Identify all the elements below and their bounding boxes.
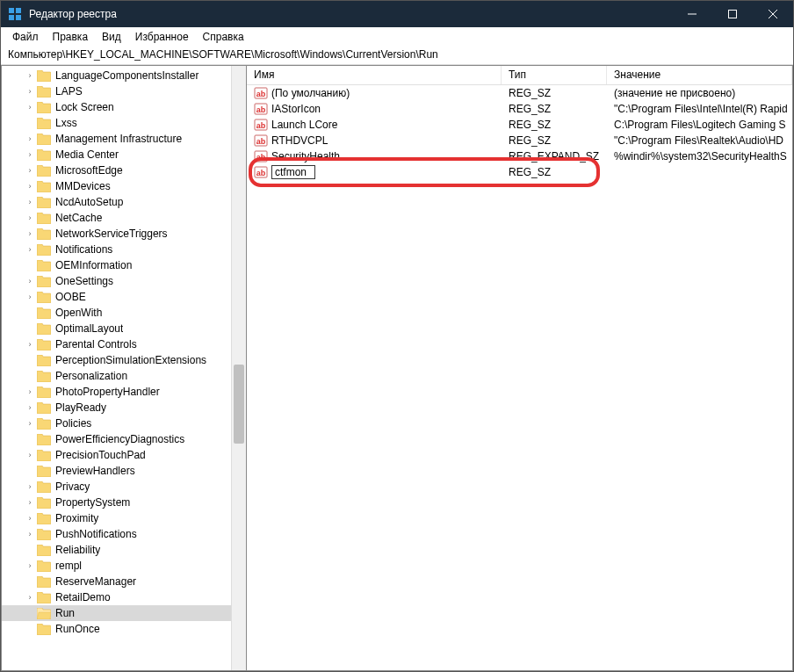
menu-file[interactable]: Файл	[6, 29, 45, 45]
tree-item[interactable]: ›Notifications	[2, 242, 246, 257]
expander-icon[interactable]: ›	[25, 513, 35, 524]
expander-icon[interactable]	[25, 545, 35, 555]
tree-item[interactable]: ›Media Center	[2, 147, 246, 163]
expander-icon[interactable]	[25, 260, 35, 271]
tree-item[interactable]: OptimalLayout	[2, 321, 246, 336]
tree-item[interactable]: ›NcdAutoSetup	[2, 194, 246, 210]
expander-icon[interactable]: ›	[25, 450, 35, 460]
rename-input[interactable]: ctfmon	[271, 165, 315, 179]
tree-item[interactable]: ›MicrosoftEdge	[2, 163, 246, 178]
value-row[interactable]: ctfmonREG_SZ	[247, 164, 792, 180]
tree-item[interactable]: ›Parental Controls	[2, 336, 246, 352]
tree-item[interactable]: ›MMDevices	[2, 178, 246, 194]
expander-icon[interactable]	[25, 576, 35, 587]
tree-item[interactable]: Reliability	[2, 542, 246, 558]
registry-tree[interactable]: ›LanguageComponentsInstaller›LAPS›Lock S…	[2, 66, 246, 639]
tree-item[interactable]: PreviewHandlers	[2, 463, 246, 479]
expander-icon[interactable]: ›	[25, 387, 35, 397]
header-data[interactable]: Значение	[607, 66, 792, 84]
value-row[interactable]: (По умолчанию)REG_SZ(значение не присвое…	[247, 85, 792, 101]
expander-icon[interactable]	[25, 355, 35, 365]
expander-icon[interactable]: ›	[25, 339, 35, 350]
value-row[interactable]: Launch LCoreREG_SZC:\Program Files\Logit…	[247, 117, 792, 133]
tree-item[interactable]: Run	[2, 605, 246, 621]
tree-item[interactable]: Personalization	[2, 368, 246, 384]
folder-icon	[37, 481, 51, 493]
expander-icon[interactable]: ›	[25, 529, 35, 539]
tree-item[interactable]: RunOnce	[2, 621, 246, 637]
tree-item[interactable]: ›NetCache	[2, 210, 246, 226]
value-row[interactable]: SecurityHealthREG_EXPAND_SZ%windir%\syst…	[247, 148, 792, 164]
expander-icon[interactable]: ›	[25, 165, 35, 176]
tree-item[interactable]: ›NetworkServiceTriggers	[2, 226, 246, 242]
expander-icon[interactable]	[25, 323, 35, 334]
tree-scrollbar[interactable]	[231, 66, 246, 670]
expander-icon[interactable]: ›	[25, 102, 35, 112]
expander-icon[interactable]: ›	[25, 276, 35, 286]
minimize-button[interactable]	[672, 1, 712, 27]
tree-item[interactable]: ›Privacy	[2, 479, 246, 495]
tree-item[interactable]: PerceptionSimulationExtensions	[2, 352, 246, 368]
tree-item-label: MMDevices	[55, 180, 111, 192]
expander-icon[interactable]: ›	[25, 213, 35, 223]
expander-icon[interactable]	[25, 434, 35, 444]
values-list[interactable]: (По умолчанию)REG_SZ(значение не присвое…	[247, 85, 792, 180]
menu-view[interactable]: Вид	[96, 29, 127, 45]
expander-icon[interactable]	[25, 307, 35, 318]
tree-item[interactable]: ›PropertySystem	[2, 495, 246, 510]
value-row[interactable]: IAStorIconREG_SZ"C:\Program Files\Intel\…	[247, 101, 792, 117]
tree-item[interactable]: ›OOBE	[2, 289, 246, 305]
expander-icon[interactable]: ›	[25, 418, 35, 429]
tree-item[interactable]: ›Management Infrastructure	[2, 131, 246, 147]
menu-favorites[interactable]: Избранное	[129, 29, 195, 45]
tree-item[interactable]: ›LAPS	[2, 83, 246, 99]
expander-icon[interactable]: ›	[25, 592, 35, 603]
tree-item[interactable]: ›LanguageComponentsInstaller	[2, 68, 246, 83]
tree-item[interactable]: OpenWith	[2, 305, 246, 321]
header-name[interactable]: Имя	[247, 66, 502, 84]
tree-item[interactable]: ›Policies	[2, 415, 246, 431]
tree-item[interactable]: ›rempl	[2, 558, 246, 574]
tree-item[interactable]: ›PhotoPropertyHandler	[2, 384, 246, 400]
tree-item[interactable]: Lxss	[2, 115, 246, 131]
expander-icon[interactable]	[25, 371, 35, 381]
tree-item[interactable]: ReserveManager	[2, 574, 246, 589]
expander-icon[interactable]: ›	[25, 70, 35, 81]
tree-item[interactable]: ›PushNotifications	[2, 526, 246, 542]
expander-icon[interactable]: ›	[25, 402, 35, 413]
expander-icon[interactable]: ›	[25, 149, 35, 160]
expander-icon[interactable]: ›	[25, 292, 35, 302]
expander-icon[interactable]: ›	[25, 244, 35, 255]
close-button[interactable]	[753, 1, 793, 27]
menu-help[interactable]: Справка	[197, 29, 250, 45]
tree-item[interactable]: ›PlayReady	[2, 400, 246, 415]
expander-icon[interactable]: ›	[25, 197, 35, 207]
expander-icon[interactable]	[25, 624, 35, 634]
tree-item[interactable]: ›PrecisionTouchPad	[2, 447, 246, 463]
tree-item[interactable]: ›OneSettings	[2, 273, 246, 289]
expander-icon[interactable]: ›	[25, 228, 35, 239]
expander-icon[interactable]: ›	[25, 560, 35, 571]
expander-icon[interactable]: ›	[25, 481, 35, 492]
expander-icon[interactable]: ›	[25, 181, 35, 191]
folder-icon	[37, 213, 51, 224]
tree-item[interactable]: ›Proximity	[2, 510, 246, 526]
expander-icon[interactable]: ›	[25, 134, 35, 144]
expander-icon[interactable]	[25, 118, 35, 128]
address-bar[interactable]: Компьютер\HKEY_LOCAL_MACHINE\SOFTWARE\Mi…	[1, 47, 793, 64]
expander-icon[interactable]	[25, 466, 35, 476]
tree-item-label: LAPS	[55, 85, 83, 98]
scrollbar-thumb[interactable]	[234, 365, 244, 444]
expander-icon[interactable]	[25, 608, 35, 618]
tree-item[interactable]: ›RetailDemo	[2, 589, 246, 605]
expander-icon[interactable]: ›	[25, 86, 35, 97]
tree-item[interactable]: OEMInformation	[2, 257, 246, 273]
values-header: Имя Тип Значение	[247, 66, 792, 85]
header-type[interactable]: Тип	[502, 66, 607, 84]
value-row[interactable]: RTHDVCPLREG_SZ"C:\Program Files\Realtek\…	[247, 133, 792, 148]
tree-item[interactable]: ›Lock Screen	[2, 99, 246, 115]
menu-edit[interactable]: Правка	[47, 29, 95, 45]
tree-item[interactable]: PowerEfficiencyDiagnostics	[2, 431, 246, 447]
expander-icon[interactable]: ›	[25, 497, 35, 508]
maximize-button[interactable]	[712, 1, 753, 27]
